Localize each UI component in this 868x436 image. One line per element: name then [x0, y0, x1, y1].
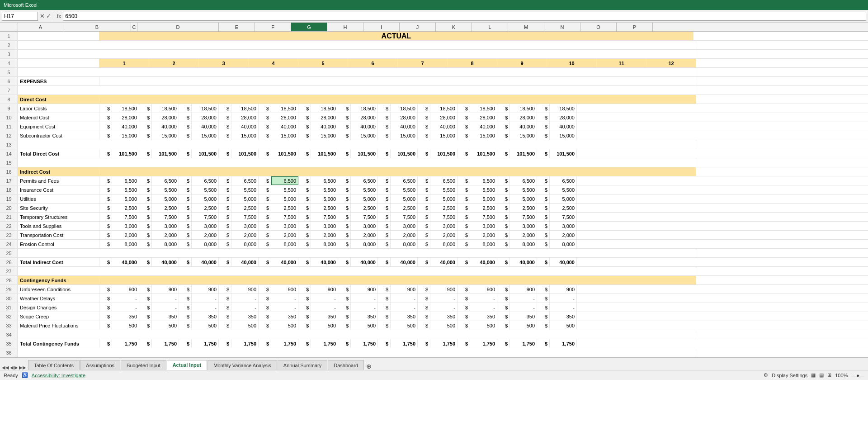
ready-status: Ready	[4, 373, 18, 378]
col-header-F[interactable]: F	[255, 23, 291, 31]
tab-nav-next[interactable]: ▶	[14, 365, 18, 370]
permits-fees-label: Permits and Fees	[18, 176, 99, 185]
equipment-cost-label: Equipment Cost	[18, 122, 99, 131]
tab-actual-input[interactable]: Actual Input	[167, 360, 208, 370]
total-direct-cost-label: Total Direct Cost	[18, 149, 99, 158]
unforeseen-conditions-label: Unforeseen Conditions	[18, 285, 99, 294]
col-header-G[interactable]: G	[291, 23, 327, 31]
row-5: 5	[0, 68, 868, 77]
row-19: 19 Utilities $ 5,000 $ 5,000 $ 5,000 $ 5…	[0, 194, 868, 204]
row-14: 14 Total Direct Cost $ 101,500 $ 101,500…	[0, 149, 868, 158]
insurance-cost-label: Insurance Cost	[18, 185, 99, 194]
tab-nav-first[interactable]: ◀◀	[2, 365, 9, 370]
cell-reference-box[interactable]: H17	[2, 12, 38, 21]
normal-view-icon[interactable]: ▦	[811, 372, 816, 378]
row-15: 15	[0, 158, 868, 167]
row-11: 11 Equipment Cost $ 40,000 $ 40,000 $ 40…	[0, 122, 868, 131]
tab-table-of-contents[interactable]: Table Of Contents	[28, 360, 80, 370]
tab-nav-prev[interactable]: ◀	[10, 365, 14, 370]
col-num-8: 8	[448, 59, 497, 67]
col-header-D[interactable]: D	[137, 23, 219, 31]
transportation-cost-label: Transportation Cost	[18, 231, 99, 239]
zoom-level: 100%	[835, 373, 848, 378]
design-changes-label: Design Changes	[18, 303, 99, 312]
page-break-icon[interactable]: ⊞	[827, 372, 831, 378]
lc-val-1[interactable]: 18,500	[112, 104, 139, 113]
row-29: 29 Unforeseen Conditions $ 900 $ 900 $ 9…	[0, 285, 868, 294]
col-header-J[interactable]: J	[400, 23, 436, 31]
row-31: 31 Design Changes $ - $ - $ - $ - $ - $ …	[0, 303, 868, 312]
tab-budgeted-input[interactable]: Budgeted Input	[121, 360, 166, 370]
row-8: 8 Direct Cost	[0, 95, 868, 104]
col-header-K[interactable]: K	[436, 23, 472, 31]
tab-nav-last[interactable]: ▶▶	[19, 365, 26, 370]
row-26: 26 Total Indirect Cost $ 40,000 $ 40,000…	[0, 258, 868, 267]
row-17: 17 Permits and Fees $ 6,500 $ 6,500 $ 6,…	[0, 176, 868, 185]
tab-bar: ◀◀ ◀ ▶ ▶▶ Table Of Contents Assumptions …	[0, 357, 868, 370]
col-header-I[interactable]: I	[363, 23, 400, 31]
lc-dollar-1: $	[99, 104, 112, 113]
labor-costs-label: Labor Costs	[18, 104, 99, 113]
formula-input[interactable]: 6500	[63, 12, 866, 21]
row-6: 6 EXPENSES	[0, 77, 868, 86]
cell-B4[interactable]	[18, 59, 99, 67]
page-layout-icon[interactable]: ▤	[819, 372, 824, 378]
expenses-label: EXPENSES	[18, 77, 99, 85]
col-num-11: 11	[597, 59, 646, 67]
selected-cell-H17[interactable]: 6,500	[271, 176, 298, 185]
status-right: ⚙ Display Settings ▦ ▤ ⊞ 100% —●—	[764, 372, 864, 378]
indirect-cost-label: Indirect Cost	[18, 167, 99, 176]
direct-cost-label: Direct Cost	[18, 95, 99, 104]
col-header-M[interactable]: M	[508, 23, 544, 31]
col-header-O[interactable]: O	[580, 23, 617, 31]
col-header-L[interactable]: L	[472, 23, 508, 31]
row-13: 13	[0, 140, 868, 149]
tab-dashboard[interactable]: Dashboard	[328, 360, 364, 370]
app-title: Microsoft Excel	[4, 2, 38, 8]
display-settings-icon[interactable]: ⚙	[764, 372, 768, 378]
row-33: 33 Material Price Fluctuations $ 500 $ 5…	[0, 321, 868, 330]
zoom-slider[interactable]: —●—	[851, 373, 864, 378]
row-10: 10 Material Cost $ 28,000 $ 28,000 $ 28,…	[0, 113, 868, 122]
col-header-N[interactable]: N	[544, 23, 580, 31]
confirm-icon[interactable]: ✓	[46, 13, 51, 19]
row-2: 2	[0, 41, 868, 50]
tab-monthly-variance[interactable]: Monthly Variance Analysis	[208, 360, 277, 370]
subcontractor-cost-label: Subcontractor Cost	[18, 131, 99, 140]
add-sheet-button[interactable]: ⊕	[366, 363, 372, 370]
row-20: 20 Site Security $ 2,500 $ 2,500 $ 2,500…	[0, 204, 868, 213]
cell-B1[interactable]	[18, 32, 99, 40]
tools-supplies-label: Tools and Supplies	[18, 222, 99, 230]
row-30: 30 Weather Delays $ - $ - $ - $ - $ - $ …	[0, 294, 868, 303]
col-header-A[interactable]: A	[18, 23, 63, 31]
column-header-row: A B C D E F G H I J K L M N O P	[0, 23, 868, 32]
material-price-fluctuations-label: Material Price Fluctuations	[18, 321, 99, 330]
status-bar: Ready ♿ Accessibility: Investigate ⚙ Dis…	[0, 370, 868, 380]
row-21: 21 Temporary Structures $ 7,500 $ 7,500 …	[0, 213, 868, 222]
cell-title-actual: ACTUAL	[99, 32, 693, 40]
row-25: 25	[0, 249, 868, 258]
col-num-5: 5	[298, 59, 348, 67]
col-header-E[interactable]: E	[219, 23, 255, 31]
row-36: 36	[0, 348, 868, 357]
tab-annual-summary[interactable]: Annual Summary	[278, 360, 327, 370]
total-contingency-label: Total Contingency Funds	[18, 339, 99, 348]
row-16: 16 Indirect Cost	[0, 167, 868, 176]
tab-assumptions[interactable]: Assumptions	[80, 360, 120, 370]
total-indirect-cost-label: Total Indirect Cost	[18, 258, 99, 266]
row-9: 9 Labor Costs $ 18,500 $ 18,500 $ 18,500…	[0, 104, 868, 113]
cell-A2[interactable]	[18, 41, 696, 49]
col-header-B[interactable]: B	[63, 23, 131, 31]
temp-structures-label: Temporary Structures	[18, 213, 99, 221]
col-num-9: 9	[497, 59, 547, 67]
corner-header	[0, 23, 18, 31]
erosion-control-label: Erosion Control	[18, 240, 99, 248]
cancel-icon[interactable]: ✕	[40, 13, 45, 19]
cell-A3[interactable]	[18, 50, 696, 58]
col-num-10: 10	[547, 59, 597, 67]
accessibility-status[interactable]: Accessibility: Investigate	[32, 373, 85, 378]
col-header-H[interactable]: H	[327, 23, 363, 31]
col-header-P[interactable]: P	[617, 23, 653, 31]
display-settings-label[interactable]: Display Settings	[772, 373, 807, 378]
col-header-C1[interactable]: C	[131, 23, 137, 31]
